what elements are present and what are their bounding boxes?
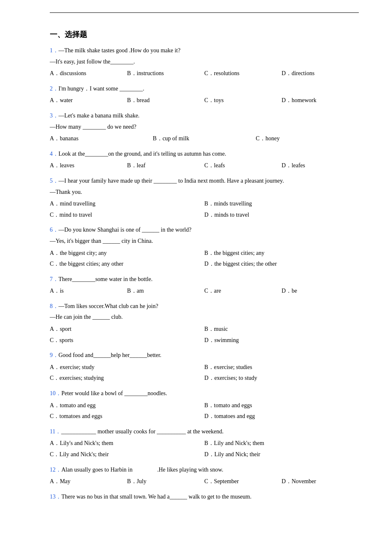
option-3-C: C．honey — [256, 133, 359, 144]
option-text-6-2: the biggest cities; any other — [59, 261, 123, 267]
question-7: 7．There________some water in the bottle.… — [50, 274, 359, 297]
question-first-line-3: —Let's make a banana milk shake. — [58, 112, 139, 119]
option-2-C: C．toys — [205, 95, 282, 106]
option-text-12-0: May — [60, 478, 71, 484]
option-label-9-1: B． — [205, 364, 214, 370]
option-label-5-2: C． — [50, 212, 59, 218]
option-label-10-1: B． — [205, 402, 214, 408]
option-label-1-3: D． — [282, 70, 292, 76]
question-text-2: 2．I'm hungry．I want some ________. — [50, 83, 359, 95]
question-text-13: 13．There was no bus in that small town. … — [50, 491, 359, 503]
option-label-5-0: A． — [50, 200, 60, 207]
option-11-B: B．Lily and Nick's; them — [205, 438, 359, 449]
option-text-12-1: July — [137, 478, 146, 484]
option-6-C: C．the biggest cities; any other — [50, 259, 205, 270]
option-text-9-3: exercises; to study — [214, 375, 257, 381]
question-text-9: 9．Good food and______help her______bette… — [50, 350, 359, 361]
option-7-C: C．are — [205, 286, 282, 297]
option-8-C: C．sports — [50, 335, 205, 346]
option-label-6-0: A． — [50, 250, 60, 256]
option-1-A: A．discussions — [50, 68, 127, 79]
option-text-7-2: are — [214, 288, 221, 294]
option-11-A: A．Lily's and Nick's; them — [50, 438, 205, 449]
option-text-6-1: the biggest cities; any — [214, 250, 265, 256]
option-6-D: D．the biggest cities; the other — [205, 259, 359, 270]
option-text-8-2: sports — [59, 337, 73, 343]
option-6-A: A．the biggest city; any — [50, 248, 205, 259]
question-text-4: 4．Look at the________on the ground, and … — [50, 149, 359, 160]
question-number-7: 7． — [50, 276, 58, 282]
question-number-2: 2． — [50, 86, 58, 92]
option-label-3-1: B． — [153, 135, 162, 142]
option-7-D: D．be — [282, 286, 359, 297]
options-row-5: A．mind travellingB．minds travellingC．min… — [50, 198, 359, 220]
option-label-3-2: C． — [256, 135, 265, 142]
top-divider — [50, 12, 359, 13]
question-first-line-11: ____________ mother usually cooks for __… — [61, 428, 224, 435]
question-first-line-10: Peter would like a bowl of ________noodl… — [61, 390, 167, 396]
question-text-12: 12．Alan usually goes to Harbin in .He li… — [50, 465, 359, 476]
question-first-line-4: Look at the________on the ground, and it… — [58, 151, 226, 157]
option-4-D: D．leafes — [282, 160, 359, 171]
option-12-D: D．November — [282, 476, 359, 487]
option-text-1-3: directions — [292, 70, 314, 76]
option-6-B: B．the biggest cities; any — [205, 248, 359, 259]
option-3-A: A．bananas — [50, 133, 153, 144]
option-text-1-0: discussions — [60, 70, 86, 76]
question-3: 3．—Let's make a banana milk shake.—How m… — [50, 110, 359, 144]
option-9-A: A．exercise; study — [50, 362, 205, 373]
option-text-11-3: Lily and Nick; their — [214, 451, 261, 457]
option-4-B: B．leaf — [127, 160, 204, 171]
option-text-11-0: Lily's and Nick's; them — [60, 440, 113, 446]
option-text-9-1: exercise; studies — [214, 364, 252, 370]
option-12-C: C．September — [205, 476, 282, 487]
option-text-2-1: bread — [137, 97, 150, 103]
option-text-1-2: resolutions — [214, 70, 239, 76]
option-label-4-2: C． — [205, 162, 214, 169]
option-label-6-1: B． — [205, 250, 214, 256]
options-row-9: A．exercise; studyB．exercise; studiesC．ex… — [50, 362, 359, 384]
option-text-12-3: November — [292, 478, 316, 484]
option-label-10-0: A． — [50, 402, 60, 408]
option-11-D: D．Lily and Nick; their — [205, 449, 359, 460]
question-5: 5．—I hear your family have made up their… — [50, 176, 359, 220]
option-1-D: D．directions — [282, 68, 359, 79]
options-row-11: A．Lily's and Nick's; themB．Lily and Nick… — [50, 438, 359, 460]
question-13: 13．There was no bus in that small town. … — [50, 491, 359, 503]
options-row-4: A．leavesB．leafC．leafsD．leafes — [50, 160, 359, 171]
option-9-C: C．exercises; studying — [50, 373, 205, 384]
option-label-4-1: B． — [127, 162, 136, 169]
option-text-3-0: bananas — [60, 135, 78, 142]
option-5-C: C．mind to travel — [50, 210, 205, 221]
option-8-B: B．music — [205, 324, 359, 335]
option-label-12-3: D． — [282, 478, 292, 484]
question-text-11: 11．____________ mother usually cooks for… — [50, 426, 359, 438]
option-label-9-3: D． — [205, 375, 214, 381]
option-10-A: A．tomato and egg — [50, 400, 205, 411]
question-first-line-1: —The milk shake tastes good .How do you … — [58, 47, 180, 54]
question-number-10: 10． — [50, 390, 61, 396]
option-text-3-2: honey — [265, 135, 280, 142]
question-line-3-1: —How many ________ do we need? — [50, 122, 359, 133]
question-number-3: 3． — [50, 112, 58, 119]
question-6: 6．—Do you know Shanghai is one of ______… — [50, 225, 359, 269]
option-text-10-2: tomatoes and eggs — [59, 413, 102, 419]
option-text-4-1: leaf — [137, 162, 146, 169]
option-text-11-2: Lily and Nick's; their — [59, 451, 109, 457]
option-label-9-0: A． — [50, 364, 60, 370]
option-7-A: A．is — [50, 286, 127, 297]
option-text-4-2: leafs — [214, 162, 225, 169]
option-label-11-0: A． — [50, 440, 60, 446]
question-first-line-5: —I hear your family have made up their _… — [58, 178, 284, 184]
question-4: 4．Look at the________on the ground, and … — [50, 149, 359, 171]
option-8-A: A．sport — [50, 324, 205, 335]
option-3-B: B．cup of milk — [153, 133, 256, 144]
option-9-B: B．exercise; studies — [205, 362, 359, 373]
option-2-D: D．homework — [282, 95, 359, 106]
option-label-4-0: A． — [50, 162, 60, 169]
question-first-line-7: There________some water in the bottle. — [58, 276, 153, 282]
options-row-3: A．bananasB．cup of milkC．honey — [50, 133, 359, 144]
option-text-4-3: leafes — [292, 162, 305, 169]
option-label-12-0: A． — [50, 478, 60, 484]
question-first-line-13: There was no bus in that small town. We … — [61, 494, 251, 500]
